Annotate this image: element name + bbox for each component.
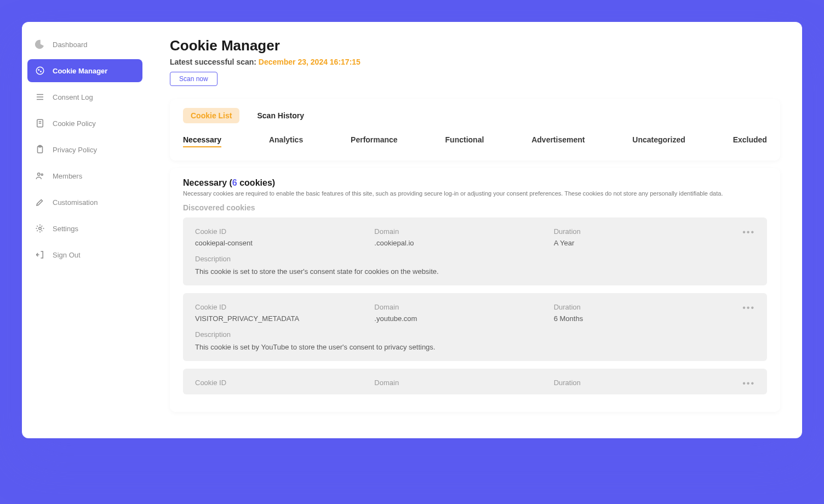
tab-advertisement[interactable]: Advertisement — [531, 133, 585, 147]
cookie-domain-label: Domain — [374, 303, 548, 311]
tab-analytics[interactable]: Analytics — [269, 133, 303, 147]
tab-functional[interactable]: Functional — [445, 133, 484, 147]
cookie-duration-label: Duration — [554, 227, 728, 236]
top-tabs: Cookie List Scan History — [183, 108, 767, 123]
tab-excluded[interactable]: Excluded — [733, 133, 767, 147]
tab-necessary[interactable]: Necessary — [183, 133, 221, 147]
app-container: Dashboard Cookie Manager Consent Log Coo… — [22, 22, 802, 438]
main-content: Cookie Manager Latest successful scan: D… — [148, 22, 802, 438]
discovered-label: Discovered cookies — [183, 203, 767, 212]
cookie-duration-value: A Year — [554, 239, 728, 247]
category-tabs: Necessary Analytics Performance Function… — [183, 133, 767, 147]
sidebar-item-label: Cookie Policy — [53, 119, 96, 128]
section-title: Necessary (6 cookies) — [183, 178, 767, 188]
svg-point-1 — [38, 70, 39, 71]
cookie-description-label: Description — [195, 330, 755, 339]
tab-scan-history[interactable]: Scan History — [249, 108, 312, 123]
cookie-count: 6 — [232, 178, 237, 187]
tab-performance[interactable]: Performance — [351, 133, 398, 147]
cookie-description-label: Description — [195, 255, 755, 263]
cookie-card: Cookie ID cookiepal-consent Domain .cook… — [183, 217, 767, 285]
cookie-domain-label: Domain — [374, 227, 548, 236]
sidebar-item-privacy-policy[interactable]: Privacy Policy — [27, 138, 142, 161]
tabs-card: Cookie List Scan History Necessary Analy… — [170, 99, 780, 161]
cookie-id-label: Cookie ID — [195, 303, 369, 311]
cookie-duration-value: 6 Months — [554, 314, 728, 323]
cookie-id-value: cookiepal-consent — [195, 239, 369, 247]
more-options-icon[interactable]: ••• — [733, 379, 755, 390]
sidebar-item-label: Settings — [53, 225, 78, 233]
cookie-description-value: This cookie is set to store the user's c… — [195, 267, 755, 276]
pie-chart-icon — [35, 39, 45, 49]
sidebar-item-sign-out[interactable]: Sign Out — [27, 243, 142, 266]
cookie-id-label: Cookie ID — [195, 379, 369, 387]
svg-point-12 — [41, 174, 43, 175]
sidebar-item-label: Dashboard — [53, 41, 88, 49]
document-icon — [35, 118, 45, 128]
cookie-duration-label: Duration — [554, 303, 728, 311]
scan-info: Latest successful scan: December 23, 202… — [170, 58, 780, 66]
sidebar-item-dashboard[interactable]: Dashboard — [27, 33, 142, 56]
section-description: Necessary cookies are required to enable… — [183, 190, 767, 197]
svg-point-0 — [36, 67, 44, 75]
sidebar-item-cookie-manager[interactable]: Cookie Manager — [27, 59, 142, 82]
more-options-icon[interactable]: ••• — [733, 227, 755, 247]
sidebar-item-label: Privacy Policy — [53, 146, 97, 154]
scan-now-button[interactable]: Scan now — [170, 72, 218, 86]
page-title: Cookie Manager — [170, 37, 780, 54]
scan-time: December 23, 2024 16:17:15 — [259, 58, 360, 66]
sidebar-item-label: Customisation — [53, 198, 98, 207]
svg-point-13 — [39, 227, 42, 230]
sidebar-item-cookie-policy[interactable]: Cookie Policy — [27, 112, 142, 135]
svg-point-2 — [41, 71, 42, 72]
sidebar: Dashboard Cookie Manager Consent Log Coo… — [22, 22, 148, 438]
pencil-icon — [35, 197, 45, 207]
sidebar-item-customisation[interactable]: Customisation — [27, 191, 142, 214]
tab-cookie-list[interactable]: Cookie List — [183, 108, 239, 123]
cookie-id-label: Cookie ID — [195, 227, 369, 236]
sidebar-item-label: Consent Log — [53, 93, 93, 101]
cookie-duration-label: Duration — [554, 379, 728, 387]
gear-icon — [35, 224, 45, 233]
users-icon — [35, 171, 45, 181]
list-icon — [35, 92, 45, 102]
cookie-id-value: VISITOR_PRIVACY_METADATA — [195, 314, 369, 323]
sign-out-icon — [35, 250, 45, 260]
cookie-card: Cookie ID VISITOR_PRIVACY_METADATA Domai… — [183, 293, 767, 361]
tab-uncategorized[interactable]: Uncategorized — [632, 133, 685, 147]
clipboard-icon — [35, 145, 45, 154]
cookie-domain-label: Domain — [374, 379, 548, 387]
sidebar-item-consent-log[interactable]: Consent Log — [27, 85, 142, 108]
cookie-domain-value: .youtube.com — [374, 314, 548, 323]
sidebar-item-label: Members — [53, 172, 82, 180]
cookie-domain-value: .cookiepal.io — [374, 239, 548, 247]
cookies-section: Necessary (6 cookies) Necessary cookies … — [170, 168, 780, 412]
sidebar-item-label: Cookie Manager — [53, 67, 107, 75]
cookie-icon — [35, 66, 45, 76]
sidebar-item-settings[interactable]: Settings — [27, 217, 142, 240]
svg-point-11 — [38, 173, 41, 176]
sidebar-item-members[interactable]: Members — [27, 164, 142, 187]
scan-label: Latest successful scan: — [170, 58, 259, 66]
cookie-description-value: This cookie is set by YouTube to store t… — [195, 343, 755, 351]
sidebar-item-label: Sign Out — [53, 251, 81, 259]
more-options-icon[interactable]: ••• — [733, 303, 755, 323]
cookie-card: Cookie ID Domain Duration ••• — [183, 369, 767, 394]
